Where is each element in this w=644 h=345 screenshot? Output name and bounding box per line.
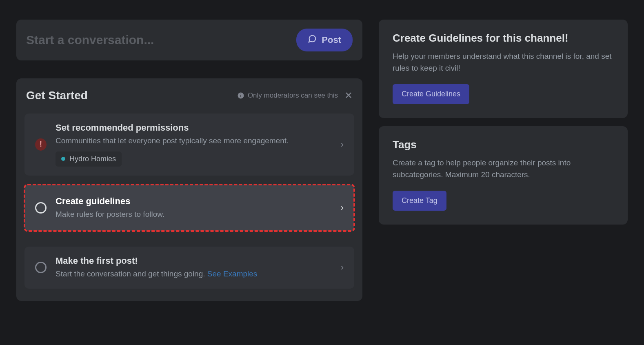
task-body: Create guidelines Make rules for posters… (56, 196, 332, 220)
get-started-header-right: Only moderators can see this ✕ (237, 91, 353, 100)
moderator-note: Only moderators can see this (237, 91, 338, 100)
empty-circle-icon (35, 202, 47, 214)
get-started-title: Get Started (26, 89, 88, 102)
close-icon[interactable]: ✕ (344, 91, 353, 100)
guidelines-title: Create Guidelines for this channel! (393, 32, 614, 45)
create-guidelines-button[interactable]: Create Guidelines (393, 84, 469, 104)
guidelines-card: Create Guidelines for this channel! Help… (379, 20, 628, 118)
task-body: Set recommended permissions Communities … (56, 122, 332, 167)
empty-circle-icon (35, 262, 47, 273)
tags-desc: Create a tag to help people organize the… (393, 157, 614, 181)
task-first-post[interactable]: Make the first post! Start the conversat… (24, 247, 354, 289)
task-title: Set recommended permissions (56, 122, 332, 133)
chevron-right-icon: › (341, 139, 344, 150)
svg-rect-1 (240, 95, 241, 97)
info-icon (237, 92, 244, 99)
alert-icon: ! (35, 139, 47, 150)
task-desc: Communities that let everyone post typic… (56, 136, 332, 147)
guidelines-desc: Help your members understand what this c… (393, 50, 614, 74)
tag-pill[interactable]: Hydro Homies (56, 151, 122, 167)
status-dot-icon (61, 157, 65, 161)
compose-bar[interactable]: Start a conversation... Post (16, 20, 362, 60)
task-desc: Make rules for posters to follow. (56, 209, 332, 220)
svg-rect-2 (240, 94, 241, 95)
main-column: Start a conversation... Post Get Started… (16, 20, 362, 301)
task-title: Create guidelines (56, 196, 332, 207)
see-examples-link[interactable]: See Examples (207, 269, 258, 278)
tags-title: Tags (393, 138, 614, 151)
task-body: Make the first post! Start the conversat… (56, 256, 332, 280)
get-started-card: Get Started Only moderators can see this… (16, 78, 362, 301)
tag-label: Hydro Homies (69, 155, 116, 163)
post-button-label: Post (322, 35, 341, 45)
task-permissions[interactable]: ! Set recommended permissions Communitie… (24, 114, 354, 176)
task-desc: Start the conversation and get things go… (56, 269, 332, 280)
task-create-guidelines[interactable]: Create guidelines Make rules for posters… (24, 185, 354, 231)
compose-placeholder: Start a conversation... (26, 33, 154, 47)
task-tags: Hydro Homies (56, 151, 332, 167)
post-button[interactable]: Post (296, 29, 353, 51)
sidebar-column: Create Guidelines for this channel! Help… (379, 20, 628, 301)
task-title: Make the first post! (56, 256, 332, 266)
chevron-right-icon: › (341, 262, 344, 273)
chevron-right-icon: › (341, 203, 344, 213)
chat-bubble-icon (308, 34, 317, 46)
create-tag-button[interactable]: Create Tag (393, 191, 446, 211)
tags-card: Tags Create a tag to help people organiz… (379, 126, 628, 225)
get-started-header: Get Started Only moderators can see this… (24, 89, 354, 109)
